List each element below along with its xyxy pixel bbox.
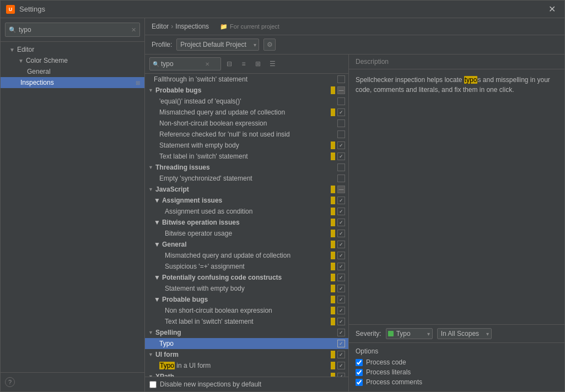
list-item[interactable]: ▼ JavaScript —: [145, 184, 348, 195]
help-button[interactable]: ?: [5, 377, 15, 387]
list-item[interactable]: ▼ UI form: [145, 349, 348, 360]
expand-arrow: ▼: [148, 88, 154, 93]
item-checkbox[interactable]: [337, 285, 345, 292]
for-project-label: For current project: [230, 23, 279, 30]
list-item[interactable]: ▼ Probable bugs: [145, 294, 348, 305]
item-checkbox[interactable]: [337, 252, 345, 259]
item-checkbox[interactable]: [337, 219, 345, 226]
list-item[interactable]: Empty 'synchronized' statement: [145, 173, 348, 184]
list-item[interactable]: Non short-circuit boolean expression: [145, 305, 348, 316]
item-checkbox[interactable]: [337, 351, 345, 358]
close-button[interactable]: ✕: [545, 3, 559, 15]
item-checkbox[interactable]: [337, 318, 345, 325]
expand-all-button[interactable]: ≡: [238, 58, 250, 70]
process-code-label[interactable]: Process code: [366, 358, 406, 366]
list-item[interactable]: ▼ General: [145, 239, 348, 250]
list-item[interactable]: ▼ XPath: [145, 371, 348, 377]
menu-button[interactable]: ☰: [266, 58, 278, 70]
list-item[interactable]: Fallthrough in 'switch' statement: [145, 74, 348, 85]
list-item[interactable]: Text label in 'switch' statement: [145, 151, 348, 162]
profile-select[interactable]: Project Default Project Default: [176, 39, 259, 51]
profile-select-wrapper[interactable]: Project Default Project Default: [176, 39, 259, 51]
list-item[interactable]: Mismatched query and update of collectio…: [145, 250, 348, 261]
item-checkbox[interactable]: [337, 175, 345, 182]
item-checkbox[interactable]: [337, 119, 345, 127]
item-checkbox[interactable]: [337, 340, 345, 347]
collapse-all-button[interactable]: ⊞: [252, 58, 264, 70]
sidebar-search-box[interactable]: 🔍 ✕: [5, 23, 140, 37]
list-item[interactable]: ▼ Bitwise operation issues: [145, 217, 348, 228]
sidebar-item-general[interactable]: General: [1, 66, 144, 77]
process-literals-checkbox[interactable]: [356, 369, 363, 376]
sidebar-item-label: Inspections: [20, 79, 136, 86]
item-checkbox[interactable]: [337, 130, 345, 138]
sidebar-item-color-scheme[interactable]: ▼ Color Scheme: [1, 55, 144, 66]
item-checkbox[interactable]: [337, 373, 345, 377]
item-checkbox[interactable]: [337, 153, 345, 160]
sidebar-item-inspections[interactable]: Inspections ⊞: [1, 77, 144, 88]
list-footer: Disable new inspections by default: [145, 377, 348, 391]
process-literals-label[interactable]: Process literals: [366, 368, 411, 376]
list-item-typo[interactable]: Typo: [145, 338, 348, 349]
item-checkbox[interactable]: [337, 296, 345, 303]
sidebar-item-editor[interactable]: ▼ Editor: [1, 44, 144, 55]
item-checkbox[interactable]: [337, 197, 345, 204]
gear-button[interactable]: ⚙: [263, 39, 276, 51]
item-checkbox[interactable]: [337, 241, 345, 248]
list-item[interactable]: Bitwise operator usage: [145, 228, 348, 239]
list-item[interactable]: ▼ Probable bugs —: [145, 85, 348, 96]
item-checkbox[interactable]: [337, 230, 345, 237]
item-checkbox[interactable]: [337, 108, 345, 116]
inspection-search-input[interactable]: [161, 60, 205, 68]
option-item-process-comments: Process comments: [356, 377, 558, 387]
process-comments-checkbox[interactable]: [356, 379, 363, 386]
disable-new-inspections-checkbox[interactable]: [149, 381, 157, 388]
category-label: Probable bugs: [155, 86, 331, 94]
item-checkbox[interactable]: [337, 307, 345, 314]
item-label: Fallthrough in 'switch' statement: [154, 75, 336, 83]
item-checkbox[interactable]: [337, 97, 345, 105]
item-checkbox[interactable]: [337, 164, 345, 171]
main-header: Editor › Inspections 📁 For current proje…: [145, 18, 564, 35]
item-checkbox[interactable]: [337, 329, 345, 336]
list-item[interactable]: Non-short-circuit boolean expression: [145, 118, 348, 129]
filter-button[interactable]: ⊟: [223, 58, 235, 70]
item-checkbox[interactable]: [337, 274, 345, 281]
sidebar-item-label: Color Scheme: [26, 57, 68, 64]
list-item[interactable]: Statement with empty body: [145, 140, 348, 151]
scope-select-wrapper[interactable]: In All Scopes In Tests: [437, 328, 492, 339]
item-checkbox[interactable]: [337, 362, 345, 369]
list-item[interactable]: Mismatched query and update of collectio…: [145, 107, 348, 118]
list-item[interactable]: ▼ Threading issues: [145, 162, 348, 173]
item-checkbox[interactable]: —: [337, 86, 345, 94]
item-checkbox[interactable]: [337, 75, 345, 83]
sidebar-clear-icon[interactable]: ✕: [131, 26, 136, 34]
severity-indicator: [331, 208, 335, 215]
list-item[interactable]: ▼ Potentially confusing code constructs: [145, 272, 348, 283]
list-item[interactable]: Text label in 'switch' statement: [145, 316, 348, 327]
breadcrumb-parent: Editor: [152, 23, 169, 30]
list-item[interactable]: ▼ Spelling: [145, 327, 348, 338]
project-icon: 📁: [220, 23, 228, 30]
list-item[interactable]: Typo in a UI form: [145, 360, 348, 371]
sidebar-search-input[interactable]: [19, 26, 131, 34]
process-comments-label[interactable]: Process comments: [366, 378, 422, 386]
severity-select-wrapper[interactable]: Typo Warning Error Info: [386, 328, 433, 339]
item-checkbox[interactable]: [337, 141, 345, 149]
main-panel: Editor › Inspections 📁 For current proje…: [145, 18, 564, 391]
list-item[interactable]: Assignment used as condition: [145, 206, 348, 217]
item-checkbox[interactable]: —: [337, 186, 345, 193]
clear-search-icon[interactable]: ✕: [205, 61, 209, 67]
list-item[interactable]: ▼ Assignment issues: [145, 195, 348, 206]
list-item[interactable]: 'equal()' instead of 'equals()': [145, 96, 348, 107]
item-checkbox[interactable]: [337, 263, 345, 270]
list-item[interactable]: Reference checked for 'null' is not used…: [145, 129, 348, 140]
list-item[interactable]: Suspicious '=+' assignment: [145, 261, 348, 272]
expand-arrow: ▼: [148, 352, 154, 357]
process-code-checkbox[interactable]: [356, 359, 363, 366]
item-checkbox[interactable]: [337, 208, 345, 215]
inspection-search-box[interactable]: 🔍 ✕: [149, 57, 221, 70]
scope-select[interactable]: In All Scopes In Tests: [437, 328, 492, 339]
severity-select[interactable]: Typo Warning Error Info: [386, 328, 433, 339]
list-item[interactable]: Statement with empty body: [145, 283, 348, 294]
